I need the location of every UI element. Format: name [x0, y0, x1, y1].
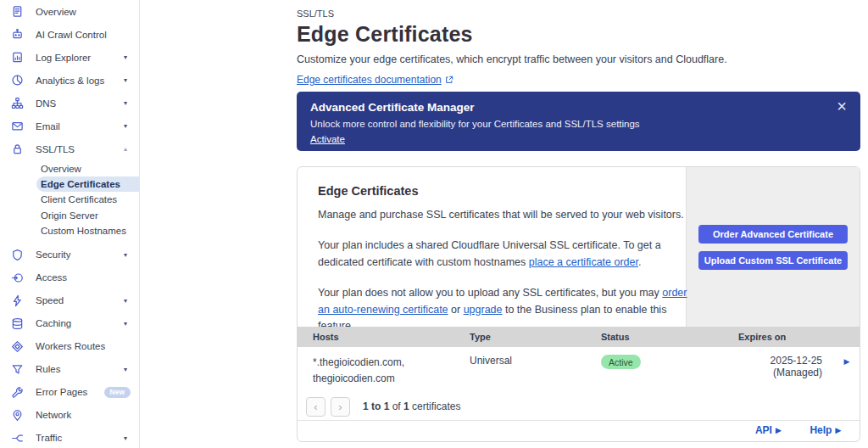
upgrade-link[interactable]: upgrade	[464, 304, 503, 316]
sidebar-item-security[interactable]: Security▾	[0, 244, 139, 266]
log-icon	[11, 51, 24, 64]
sidebar-item-label: Rules	[36, 364, 124, 374]
card-title: Edge Certificates	[318, 184, 691, 198]
chevron-down-icon: ▾	[124, 251, 131, 259]
sidebar-item-label: Security	[36, 249, 124, 260]
sidebar-item-label: Workers Routes	[36, 341, 131, 351]
chevron-down-icon: ▾	[124, 434, 131, 442]
sidebar-item-traffic[interactable]: Traffic▾	[0, 427, 139, 448]
chevron-down-icon: ▾	[124, 76, 131, 84]
certificates-table: Hosts Type Status Expires on *.thegioico…	[298, 327, 860, 401]
sidebar-item-label: Email	[36, 121, 124, 132]
email-icon	[11, 120, 24, 132]
document-icon	[11, 5, 24, 18]
sidebar-subitem-origin-server[interactable]: Origin Server	[0, 208, 139, 223]
previous-page-button[interactable]: ‹	[306, 397, 326, 417]
sidebar-item-ssl-tls[interactable]: SSL/TLS▴	[0, 137, 139, 160]
sidebar-item-label: Access	[36, 272, 131, 283]
traffic-icon	[11, 432, 24, 445]
sidebar-item-caching[interactable]: Caching▾	[0, 312, 139, 335]
status-badge: Active	[601, 355, 641, 369]
card-paragraph-3-mid: or	[448, 304, 464, 316]
sidebar-item-label: Overview	[36, 7, 131, 17]
help-link[interactable]: Help ▶	[810, 424, 841, 436]
sidebar-item-rules[interactable]: Rules▾	[0, 358, 139, 381]
sidebar-item-label: DNS	[36, 98, 124, 109]
sidebar-item-label: Analytics & logs	[36, 76, 124, 86]
rules-icon	[11, 363, 24, 376]
chevron-down-icon: ▾	[124, 99, 131, 107]
sidebar-subitem-custom-hostnames[interactable]: Custom Hostnames	[0, 223, 139, 238]
sidebar-item-label: Traffic	[36, 433, 124, 443]
sidebar-nav: OverviewAI Crawl ControlLog Explorer▾Ana…	[0, 0, 140, 448]
chevron-down-icon: ▾	[124, 122, 131, 130]
close-icon[interactable]: ×	[837, 98, 847, 115]
dns-icon	[11, 97, 24, 109]
pagination-total: 1	[403, 400, 409, 412]
new-badge: New	[104, 387, 131, 398]
breadcrumb: SSL/TLS	[297, 8, 860, 19]
sidebar-item-dns[interactable]: DNS▾	[0, 92, 139, 115]
pagination-summary: 1 to 1 of 1 certificates	[363, 400, 460, 412]
lock-icon	[11, 143, 24, 155]
speed-icon	[11, 294, 24, 307]
sidebar-subitem-overview[interactable]: Overview	[0, 161, 139, 176]
sidebar-item-label: Log Explorer	[36, 53, 124, 63]
column-status: Status	[601, 332, 738, 342]
card-paragraph-1: Manage and purchase SSL certificates tha…	[318, 207, 691, 223]
page-description: Customize your edge certificates, which …	[297, 53, 860, 65]
access-icon	[11, 272, 24, 284]
pagination-range: 1 to 1	[363, 400, 389, 412]
edge-certificates-page: OverviewAI Crawl ControlLog Explorer▾Ana…	[0, 0, 868, 448]
external-link-icon	[445, 76, 453, 84]
sidebar-item-label: AI Crawl Control	[36, 30, 131, 40]
robot-icon	[11, 28, 24, 41]
edge-certificates-card: Order Advanced Certificate Upload Custom…	[297, 166, 860, 442]
chevron-down-icon: ▾	[124, 297, 131, 305]
table-header: Hosts Type Status Expires on	[298, 327, 860, 347]
sidebar-item-access[interactable]: Access	[0, 266, 139, 289]
card-paragraph-2: Your plan includes a shared Cloudflare U…	[318, 238, 691, 271]
sidebar-item-overview[interactable]: Overview	[0, 0, 139, 23]
pin-icon	[11, 409, 24, 422]
sidebar-item-network[interactable]: Network	[0, 404, 139, 427]
sidebar-item-error-pages[interactable]: Error PagesNew	[0, 381, 139, 404]
pagination: ‹ › 1 to 1 of 1 certificates	[298, 393, 860, 421]
sidebar-item-label: Speed	[36, 295, 124, 305]
analytics-icon	[11, 74, 24, 87]
pagination-of: of	[389, 400, 403, 412]
sidebar-item-label: SSL/TLS	[36, 144, 124, 154]
documentation-link[interactable]: Edge certificates documentation	[297, 74, 453, 86]
sidebar-item-ai-crawl-control[interactable]: AI Crawl Control	[0, 23, 139, 46]
sidebar-subitem-edge-certificates[interactable]: Edge Certificates	[36, 176, 139, 192]
host-line-2: thegioicodien.com	[313, 371, 470, 387]
card-body: Edge Certificates Manage and purchase SS…	[318, 184, 691, 334]
sidebar-item-speed[interactable]: Speed▾	[0, 289, 139, 312]
sidebar-item-log-explorer[interactable]: Log Explorer▾	[0, 46, 139, 69]
sidebar-item-label: Error Pages	[36, 387, 98, 397]
activate-link[interactable]: Activate	[310, 134, 345, 144]
upload-custom-ssl-certificate-button[interactable]: Upload Custom SSL Certificate	[698, 251, 848, 270]
next-page-button[interactable]: ›	[331, 397, 350, 417]
sidebar-item-email[interactable]: Email▾	[0, 115, 139, 137]
caching-icon	[11, 317, 24, 330]
acm-banner-subtitle: Unlock more control and flexibility for …	[310, 119, 847, 129]
acm-banner: Advanced Certificate Manager Unlock more…	[297, 92, 860, 151]
place-certificate-order-link[interactable]: place a certificate order	[529, 256, 638, 268]
sidebar-sublist-ssl-tls: OverviewEdge CertificatesClient Certific…	[0, 161, 139, 238]
acm-banner-title: Advanced Certificate Manager	[310, 101, 847, 114]
chevron-up-icon: ▴	[124, 145, 131, 153]
sidebar-item-analytics-logs[interactable]: Analytics & logs▾	[0, 69, 139, 92]
workers-icon	[11, 340, 24, 353]
help-link-label: Help	[810, 424, 832, 436]
documentation-link-label: Edge certificates documentation	[297, 74, 442, 86]
card-paragraph-3-text: Your plan does not allow you to upload a…	[318, 287, 662, 299]
api-link-label: API	[755, 424, 772, 436]
sidebar-subitem-client-certificates[interactable]: Client Certificates	[0, 192, 139, 207]
card-footer: API ▶ Help ▶	[298, 419, 860, 441]
order-advanced-certificate-button[interactable]: Order Advanced Certificate	[698, 225, 848, 244]
api-arrow-icon: ▶	[776, 426, 782, 434]
api-link[interactable]: API ▶	[755, 424, 782, 436]
chevron-down-icon: ▾	[124, 366, 131, 373]
sidebar-item-workers-routes[interactable]: Workers Routes	[0, 335, 139, 358]
